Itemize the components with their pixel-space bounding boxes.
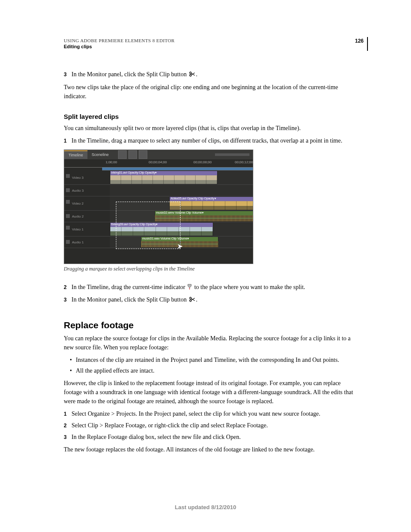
timeline-screenshot: Timeline Sceneline 1;00;00 00;00;04;00 0… xyxy=(64,149,253,264)
time-indicator-icon xyxy=(187,283,192,292)
toolbar-button xyxy=(139,150,147,159)
step-text: Select Clip > Replace Footage, or right-… xyxy=(72,421,359,430)
body-paragraph: You can replace the source footage for c… xyxy=(64,334,359,352)
step-text: Select Organize > Projects. In the Proje… xyxy=(72,409,359,418)
work-area-bar xyxy=(102,168,253,171)
cursor-icon: ➤ xyxy=(177,242,183,250)
step-text: In the Timeline, drag the current-time i… xyxy=(72,283,359,292)
toolbar-button xyxy=(128,150,137,159)
step-text: In the Timeline, drag a marquee to selec… xyxy=(72,136,359,145)
time-ruler: 1;00;00 00;00;04;00 00;00;08;00 00;00;12… xyxy=(64,159,253,168)
figure-caption: Dragging a marquee to select overlapping… xyxy=(64,266,359,272)
step-text: In the Monitor panel, click the Split Cl… xyxy=(72,295,359,305)
track-video3: Video 3 biking01.avi Opacity:Clip Opacit… xyxy=(64,171,253,185)
tab-sceneline: Sceneline xyxy=(87,151,113,159)
zoom-slider xyxy=(215,153,249,156)
step-number: 1 xyxy=(64,409,72,418)
page-header: USING ADOBE PREMIERE ELEMENTS 8 EDITOR E… xyxy=(64,38,359,49)
clip-abike05: Abike05.avi Opacity:Clip Opacity▾ xyxy=(169,196,253,210)
track-video2: Video 2 Abike05.avi Opacity:Clip Opacity… xyxy=(64,196,253,211)
step-text: In the Monitor panel, click the Split Cl… xyxy=(72,70,359,79)
step-item: 1 In the Timeline, drag a marquee to sel… xyxy=(64,136,359,145)
clip-music02: music02.wmv Volume:Clip Volume▾ xyxy=(155,211,253,222)
body-paragraph: However, the clip is linked to the repla… xyxy=(64,379,359,406)
track-video1: Video 1 fbiking09.avi Opacity:Clip Opaci… xyxy=(64,222,253,236)
timeline-figure: Timeline Sceneline 1;00;00 00;00;04;00 0… xyxy=(64,149,359,272)
footer-updated: Last updated 8/12/2010 xyxy=(0,504,411,510)
step-item: 1 Select Organize > Projects. In the Pro… xyxy=(64,409,359,418)
tab-bar: Timeline Sceneline xyxy=(64,150,253,159)
track-audio3: Audio 3 xyxy=(64,185,253,196)
section-title: Editing clips xyxy=(64,44,359,49)
step-number: 1 xyxy=(64,136,72,145)
heading-replace-footage: Replace footage xyxy=(64,320,359,330)
scissors-icon xyxy=(189,296,195,305)
step-number: 2 xyxy=(64,283,72,292)
doc-title: USING ADOBE PREMIERE ELEMENTS 8 EDITOR xyxy=(64,38,359,43)
scissors-icon xyxy=(189,70,195,79)
clip-biking01: biking01.avi Opacity:Clip Opacity▾ xyxy=(110,171,218,184)
track-audio2: Audio 2 music02.wmv Volume:Clip Volume▾ xyxy=(64,211,253,222)
body-paragraph: The new footage replaces the old footage… xyxy=(64,445,359,454)
body-paragraph: Two new clips take the place of the orig… xyxy=(64,83,359,101)
step-item: 2 Select Clip > Replace Footage, or righ… xyxy=(64,421,359,430)
step-number: 3 xyxy=(64,70,72,79)
tab-timeline: Timeline xyxy=(64,150,87,159)
step-text: In the Replace Footage dialog box, selec… xyxy=(72,432,359,442)
step-item: 3 In the Monitor panel, click the Split … xyxy=(64,295,359,305)
page-number: 126 xyxy=(355,38,364,44)
heading-split-layered: Split layered clips xyxy=(64,113,359,120)
body-paragraph: You can simultaneously split two or more… xyxy=(64,124,359,133)
step-number: 3 xyxy=(64,295,72,305)
step-item: 3 In the Monitor panel, click the Split … xyxy=(64,70,359,79)
bullet-item: •Instances of the clip are retained in t… xyxy=(70,355,359,364)
step-number: 3 xyxy=(64,432,72,442)
track-audio1: Audio 1 music01.wav Volume:Clip Volume▾ xyxy=(64,236,253,248)
bullet-item: •All the applied effects are intact. xyxy=(70,366,359,375)
step-number: 2 xyxy=(64,421,72,430)
toolbar-button xyxy=(118,150,127,159)
step-item: 3 In the Replace Footage dialog box, sel… xyxy=(64,432,359,442)
clip-fbiking09: fbiking09.avi Opacity:Clip Opacity▾ xyxy=(110,222,213,236)
header-divider xyxy=(367,37,368,51)
step-item: 2 In the Timeline, drag the current-time… xyxy=(64,283,359,292)
